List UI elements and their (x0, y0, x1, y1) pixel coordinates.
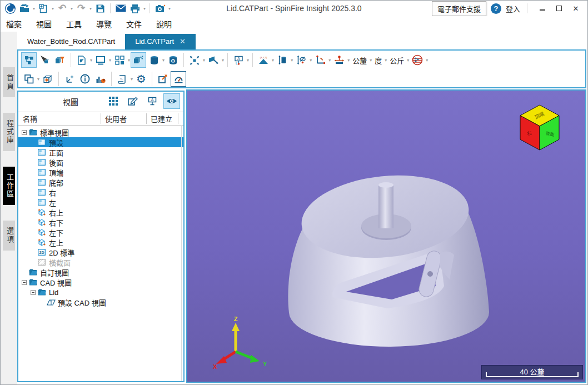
snapshot-dropdown[interactable]: ▾ (168, 6, 171, 11)
markup-note-dropdown[interactable]: ▾ (247, 58, 249, 63)
menu-navigate[interactable]: 導覽 (96, 18, 112, 29)
angle-unit-dropdown[interactable]: ▾ (385, 58, 387, 63)
viewport-3d[interactable]: 頂端 右 後面 Z X Y 40 公釐 (186, 89, 586, 383)
redo-button[interactable]: ↷ (74, 2, 88, 15)
views-grid-icon[interactable] (105, 93, 122, 109)
minimize-button[interactable] (534, 2, 551, 15)
filter-button[interactable] (52, 52, 68, 68)
help-icon[interactable]: ? (491, 3, 501, 14)
locale-button[interactable] (410, 52, 425, 68)
tree-item[interactable]: 2D 後面 (18, 157, 183, 167)
add-coordinate-button[interactable] (62, 71, 77, 87)
angle-measure-dropdown[interactable]: ▾ (328, 58, 331, 63)
menu-view[interactable]: 視圖 (36, 18, 52, 29)
mass-unit-dropdown[interactable]: ▾ (407, 58, 409, 63)
side-tab-workspace[interactable]: 工作區 (3, 167, 15, 205)
open-file-dropdown[interactable]: ▾ (33, 6, 35, 11)
locale-dropdown[interactable]: ▾ (426, 58, 428, 63)
markup-note-button[interactable]: AL (231, 52, 246, 68)
explode-dropdown[interactable]: ▾ (203, 58, 205, 63)
geometry-button[interactable] (146, 52, 162, 68)
external-window-button[interactable] (155, 71, 171, 87)
explode-button[interactable] (187, 52, 202, 68)
geometry-dropdown[interactable]: ▾ (162, 58, 165, 63)
tree-expand-toggle[interactable] (22, 130, 27, 135)
model-structure-button[interactable] (21, 52, 37, 68)
render-mode-button[interactable] (74, 52, 89, 68)
statistics-button[interactable] (93, 71, 108, 87)
tree-expand-toggle[interactable] (31, 290, 36, 295)
tab-lid-active[interactable]: Lid.CATPart ✕ (125, 34, 196, 49)
info-button[interactable] (77, 71, 93, 87)
background-dropdown[interactable]: ▾ (109, 58, 111, 63)
background-button[interactable] (93, 52, 108, 68)
column-user[interactable]: 使用者 (101, 113, 147, 124)
open-file-button[interactable] (18, 2, 31, 15)
views-markup-icon[interactable]: A (144, 93, 161, 109)
length-unit-selector[interactable]: 公釐 (350, 55, 369, 66)
thickness-measure-dropdown[interactable]: ▾ (347, 58, 350, 63)
tree-item[interactable]: 2D 正面 (18, 147, 183, 157)
render-mode-dropdown[interactable]: ▾ (90, 58, 92, 63)
tree-expand-toggle[interactable] (22, 280, 27, 285)
tree-item[interactable]: 2D 左下 (18, 227, 183, 237)
side-tab-options[interactable]: 選項 (3, 221, 15, 251)
tree-item[interactable]: 2D 橫截面 (18, 257, 183, 267)
menu-tools[interactable]: 工具 (66, 18, 82, 29)
tree-item[interactable]: 2D 自訂視圖 (18, 267, 183, 277)
tree-item[interactable]: 2D 預設 (18, 137, 183, 147)
tree-item[interactable]: 2D Lid (18, 287, 183, 297)
viewport-layout-button[interactable] (112, 52, 127, 68)
views-edit-icon[interactable] (124, 93, 141, 109)
center-model-button[interactable] (40, 71, 56, 87)
angle-unit-selector[interactable]: 度 (372, 55, 384, 66)
tree-item[interactable]: 2D 標準視圖 (18, 127, 183, 137)
snapshot-button[interactable] (153, 2, 167, 15)
column-name[interactable]: 名稱 (18, 113, 101, 124)
side-tab-home[interactable]: 首頁 (3, 67, 15, 97)
mass-unit-selector[interactable]: 公斤 (387, 55, 406, 66)
coordinate-measure-button[interactable]: (X,Y,Z) (256, 52, 271, 68)
script-dropdown[interactable]: ▾ (131, 77, 133, 82)
tree-item[interactable]: 2D 預設 CAD 視圖 (18, 297, 183, 307)
tree-item[interactable]: 2D 左上 (18, 237, 183, 247)
section-plane-button[interactable] (206, 52, 221, 68)
tree-item[interactable]: 2D 左 (18, 197, 183, 207)
save-button[interactable] (93, 2, 107, 15)
animate-button[interactable] (131, 52, 146, 68)
distance-measure-dropdown[interactable]: ▾ (291, 58, 293, 63)
orientation-cube[interactable]: 頂端 右 後面 (519, 104, 561, 152)
tree-item[interactable]: 2D 右下 (18, 217, 183, 227)
settings-button[interactable]: ⚙ (133, 71, 149, 87)
print-dropdown[interactable]: ▾ (143, 6, 146, 11)
tab-water-bottle-rod[interactable]: Water_Bottle_Rod.CATPart (17, 34, 125, 49)
new-document-dropdown[interactable]: ▾ (52, 6, 54, 11)
views-visibility-icon[interactable] (163, 93, 180, 109)
login-button[interactable]: 登入 (506, 3, 520, 14)
tree-item[interactable]: 2D 右上 (18, 207, 183, 217)
compare-dropdown[interactable]: ▾ (37, 77, 39, 82)
email-support-button[interactable]: 電子郵件支援 (432, 1, 486, 16)
script-button[interactable]: >- (114, 71, 130, 87)
angle-measure-button[interactable] (312, 52, 328, 68)
distance-measure-button[interactable] (275, 52, 290, 68)
diameter-measure-button[interactable] (293, 52, 309, 68)
column-created[interactable]: 已建立 (147, 113, 178, 124)
menu-file[interactable]: 檔案 (6, 18, 22, 29)
new-document-button[interactable] (37, 2, 50, 15)
dashboard-button[interactable] (171, 71, 186, 87)
menu-document[interactable]: 文件 (126, 18, 142, 29)
tree-item[interactable]: 2D 底部 (18, 177, 183, 187)
tree-item[interactable]: 2D 頂端 (18, 167, 183, 177)
geometry-settings-button[interactable]: ⚙ (165, 52, 181, 68)
print-button[interactable] (128, 2, 142, 15)
redo-dropdown[interactable]: ▾ (89, 6, 92, 11)
thickness-measure-button[interactable] (331, 52, 347, 68)
tree-item[interactable]: 2D 右 (18, 187, 183, 197)
length-unit-dropdown[interactable]: ▾ (370, 58, 372, 63)
email-button[interactable] (114, 2, 127, 15)
maximize-button[interactable] (551, 2, 567, 15)
coordinate-measure-dropdown[interactable]: ▾ (272, 58, 274, 63)
close-button[interactable]: ✕ (567, 2, 584, 15)
tab-close-icon[interactable]: ✕ (180, 37, 186, 46)
